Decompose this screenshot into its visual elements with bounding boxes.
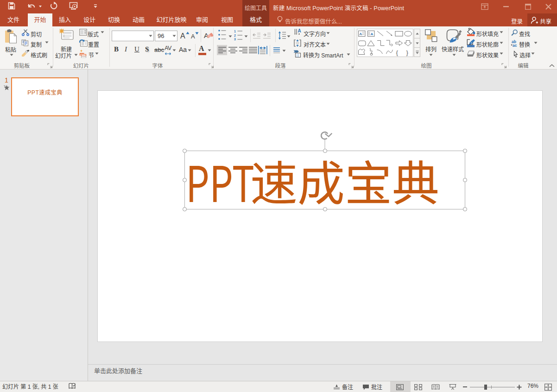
svg-text:}: } <box>406 49 409 56</box>
svg-text:{: { <box>396 49 399 56</box>
svg-text:1: 1 <box>234 30 236 33</box>
svg-text:A: A <box>359 32 362 36</box>
svg-text:ac: ac <box>513 43 517 47</box>
svg-text:A: A <box>371 32 373 36</box>
svg-text:3: 3 <box>234 38 236 40</box>
svg-text:A: A <box>298 29 301 33</box>
svg-text:2: 2 <box>234 34 236 37</box>
